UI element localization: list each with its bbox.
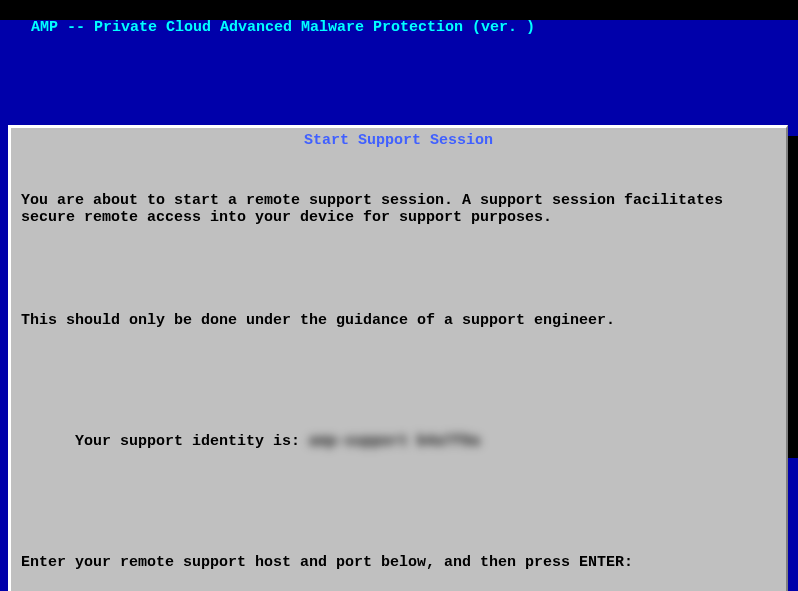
dialog-line-2: This should only be done under the guida… (21, 312, 776, 329)
dialog-identity-line: Your support identity is: amp-support b4… (21, 416, 776, 468)
dialog-line-1: You are about to start a remote support … (21, 192, 776, 227)
identity-prefix: Your support identity is: (75, 433, 309, 450)
dialog-body: You are about to start a remote support … (21, 157, 776, 591)
app-header: AMP -- Private Cloud Advanced Malware Pr… (0, 0, 798, 20)
dialog-line-4: Enter your remote support host and port … (21, 554, 776, 571)
support-session-dialog: Start Support Session You are about to s… (8, 125, 788, 591)
app-title: AMP -- Private Cloud Advanced Malware Pr… (22, 19, 535, 36)
dialog-title: Start Support Session (21, 132, 776, 149)
identity-value-inline: amp-support b4a7f9a (309, 433, 480, 450)
